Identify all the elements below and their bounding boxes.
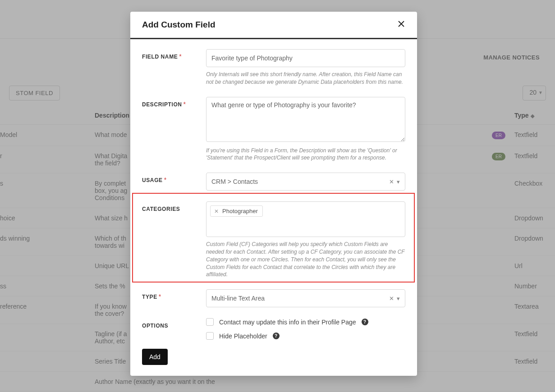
chevron-down-icon[interactable]: ▾ (397, 295, 400, 302)
checkbox-profile[interactable] (206, 318, 214, 326)
add-button[interactable]: Add (142, 349, 168, 365)
option-profile-update: Contact may update this info in their Pr… (206, 318, 405, 326)
modal-footer: Add (130, 349, 417, 376)
type-select[interactable]: Multi-line Text Area ✕ ▾ (206, 289, 405, 307)
label-description: DESCRIPTION (142, 101, 182, 108)
category-tag: ✕ Photographer (210, 205, 263, 217)
modal-title: Add Custom Field (142, 20, 216, 30)
clear-icon[interactable]: ✕ (389, 295, 394, 302)
row-type: TYPE* Multi-line Text Area ✕ ▾ (130, 289, 417, 318)
required-mark: * (179, 53, 181, 60)
required-mark: * (164, 176, 166, 183)
modal-header: Add Custom Field (130, 12, 417, 39)
categories-tagbox[interactable]: ✕ Photographer (206, 201, 405, 237)
row-options: OPTIONS Contact may update this info in … (130, 318, 417, 340)
required-mark: * (159, 293, 161, 300)
row-description: DESCRIPTION* If you're using this Field … (130, 97, 417, 173)
info-icon[interactable]: ? (273, 333, 280, 339)
row-field-name: FIELD NAME* Only Internals will see this… (130, 49, 417, 97)
required-mark: * (183, 100, 186, 108)
description-textarea[interactable] (206, 97, 405, 142)
option-hide-placeholder: Hide Placeholder ? (206, 332, 405, 340)
clear-icon[interactable]: ✕ (389, 178, 394, 185)
usage-select[interactable]: CRM > Contacts ✕ ▾ (206, 173, 405, 191)
option-hide-label: Hide Placeholder (219, 333, 267, 340)
tag-remove-icon[interactable]: ✕ (214, 208, 219, 214)
row-usage: USAGE* CRM > Contacts ✕ ▾ (130, 173, 417, 201)
option-profile-label: Contact may update this info in their Pr… (219, 319, 356, 326)
label-field-name: FIELD NAME (142, 54, 178, 60)
field-name-help: Only Internals will see this short frien… (206, 71, 405, 86)
modal-body: FIELD NAME* Only Internals will see this… (130, 39, 417, 349)
add-custom-field-modal: Add Custom Field FIELD NAME* Only Intern… (130, 12, 417, 376)
label-options: OPTIONS (142, 323, 168, 329)
close-icon[interactable] (397, 20, 405, 30)
type-value: Multi-line Text Area (211, 295, 265, 302)
field-name-input[interactable] (206, 49, 405, 67)
info-icon[interactable]: ? (362, 319, 368, 325)
chevron-down-icon[interactable]: ▾ (397, 178, 400, 185)
label-type: TYPE (142, 294, 157, 300)
checkbox-hide[interactable] (206, 332, 214, 340)
label-categories: CATEGORIES (142, 206, 180, 212)
label-usage: USAGE (142, 177, 163, 183)
categories-help: Custom Field (CF) Categories will help y… (206, 241, 405, 278)
row-categories: CATEGORIES ✕ Photographer Custom Field (… (130, 201, 417, 289)
description-help: If you're using this Field in a Form, th… (206, 147, 405, 162)
usage-value: CRM > Contacts (211, 178, 258, 185)
tag-label: Photographer (222, 208, 258, 214)
